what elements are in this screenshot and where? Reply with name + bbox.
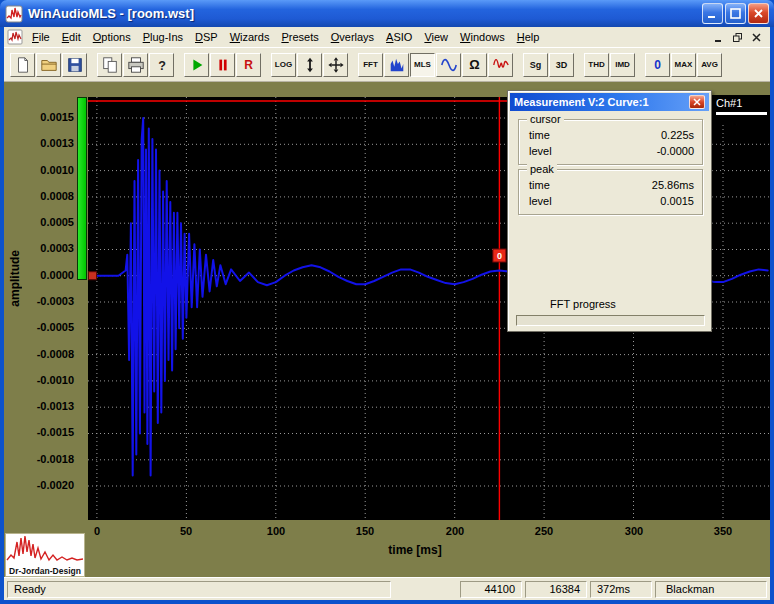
x-tick-label: 0 — [77, 525, 117, 537]
cursor-level-label: level — [529, 145, 552, 157]
cursor-group: cursor time 0.225s level -0.0000 — [518, 119, 703, 165]
menu-item-file[interactable]: File — [26, 28, 56, 46]
toolbar-zero-button[interactable]: 0 — [645, 53, 670, 77]
toolbar-save-button[interactable] — [62, 53, 87, 77]
cursor-time-value: 0.225s — [661, 129, 694, 141]
toolbar-omega-button[interactable]: Ω — [462, 53, 487, 77]
logo-text: Dr-Jordan-Design — [6, 566, 84, 576]
toolbar-record-label: R — [244, 58, 253, 72]
app-icon — [5, 5, 23, 23]
level-meter — [77, 97, 87, 280]
floppy-icon — [66, 56, 84, 74]
toolbar-play-button[interactable] — [184, 53, 209, 77]
spectrum-icon — [388, 56, 406, 74]
x-tick-label: 100 — [256, 525, 296, 537]
y-tick-label: -0.0015 — [12, 426, 74, 438]
toolbar-spectrum-button[interactable] — [384, 53, 409, 77]
zero-level-marker — [89, 272, 97, 280]
toolbar-max-label: MAX — [675, 60, 693, 69]
y-tick-label: 0.0015 — [12, 111, 74, 123]
toolbar: ?RLOGFFTMLSΩSg3DTHDIMD0MAXAVG — [4, 47, 770, 82]
toolbar-avg-button[interactable]: AVG — [697, 53, 722, 77]
x-tick-label: 50 — [166, 525, 206, 537]
x-tick-label: 200 — [435, 525, 475, 537]
move-icon — [327, 56, 345, 74]
menu-item-edit[interactable]: Edit — [56, 28, 87, 46]
menu-item-dsp[interactable]: DSP — [189, 28, 224, 46]
toolbar-3d-button[interactable]: 3D — [549, 53, 574, 77]
toolbar-imd-label: IMD — [615, 60, 630, 69]
window-title: WinAudioMLS - [room.wst] — [28, 6, 702, 21]
cursor-marker-label: 0 — [497, 251, 502, 261]
fft-progress-bar — [516, 315, 705, 326]
measurement-close-button[interactable] — [689, 95, 705, 109]
menu-item-asio[interactable]: ASIO — [380, 28, 418, 46]
toolbar-mls-button[interactable]: MLS — [410, 53, 435, 77]
y-tick-label: -0.0018 — [12, 453, 74, 465]
toolbar-avg-label: AVG — [701, 60, 718, 69]
toolbar-sine-button[interactable] — [436, 53, 461, 77]
toolbar-3d-label: 3D — [556, 60, 568, 70]
document-icon[interactable] — [7, 29, 23, 45]
toolbar-print-button[interactable] — [123, 53, 148, 77]
measurement-title-bar[interactable]: Measurement V:2 Curve:1 — [510, 93, 709, 111]
toolbar-pause-button[interactable] — [210, 53, 235, 77]
y-tick-label: 0.0005 — [12, 216, 74, 228]
x-tick-label: 300 — [614, 525, 654, 537]
printer-icon — [127, 56, 145, 74]
status-fft-size: 16384 — [525, 581, 587, 598]
toolbar-zero-label: 0 — [654, 58, 661, 72]
varrow-icon — [301, 56, 319, 74]
y-tick-label: 0.0000 — [12, 269, 74, 281]
status-sample-rate: 44100 — [460, 581, 522, 598]
y-tick-label: 0.0008 — [12, 190, 74, 202]
toolbar-help-button[interactable]: ? — [149, 53, 174, 77]
toolbar-new-button[interactable] — [10, 53, 35, 77]
toolbar-fft-button[interactable]: FFT — [358, 53, 383, 77]
vendor-logo: Dr-Jordan-Design — [5, 533, 85, 577]
menu-item-options[interactable]: Options — [87, 28, 137, 46]
measurement-title: Measurement V:2 Curve:1 — [514, 96, 649, 108]
x-tick-label: 250 — [524, 525, 564, 537]
menu-item-presets[interactable]: Presets — [275, 28, 324, 46]
peak-group-label: peak — [527, 163, 557, 175]
toolbar-sg-button[interactable]: Sg — [523, 53, 548, 77]
menu-item-overlays[interactable]: Overlays — [325, 28, 380, 46]
toolbar-copy-button[interactable] — [97, 53, 122, 77]
menu-item-plug-ins[interactable]: Plug-Ins — [137, 28, 189, 46]
menu-item-help[interactable]: Help — [511, 28, 546, 46]
y-tick-label: -0.0003 — [12, 295, 74, 307]
y-tick-label: -0.0010 — [12, 374, 74, 386]
mdi-minimize-button[interactable] — [710, 30, 727, 45]
peak-time-label: time — [529, 179, 550, 191]
peak-group: peak time 25.86ms level 0.0015 — [518, 169, 703, 215]
cursor-time-label: time — [529, 129, 550, 141]
toolbar-vertical-zoom-button[interactable] — [297, 53, 322, 77]
toolbar-thd-button[interactable]: THD — [584, 53, 609, 77]
status-duration: 372ms — [590, 581, 652, 598]
menu-item-windows[interactable]: Windows — [454, 28, 511, 46]
pause-icon — [214, 56, 232, 74]
toolbar-pan-button[interactable] — [323, 53, 348, 77]
title-bar[interactable]: WinAudioMLS - [room.wst] — [0, 0, 774, 27]
mdi-restore-button[interactable] — [729, 30, 746, 45]
client-area: 0 amplitude time [ms] Ch#1 Measurement V… — [4, 82, 770, 577]
toolbar-fft-label: FFT — [363, 60, 378, 69]
toolbar-imd-button[interactable]: IMD — [610, 53, 635, 77]
mdi-close-button[interactable] — [748, 30, 765, 45]
menu-item-view[interactable]: View — [418, 28, 454, 46]
toolbar-thd-label: THD — [588, 60, 604, 69]
menu-item-wizards[interactable]: Wizards — [224, 28, 276, 46]
maximize-button[interactable] — [725, 3, 746, 24]
toolbar-record-button[interactable]: R — [236, 53, 261, 77]
toolbar-open-button[interactable] — [36, 53, 61, 77]
close-button[interactable] — [748, 3, 769, 24]
peak-time-value: 25.86ms — [652, 179, 694, 191]
measurement-window: Measurement V:2 Curve:1 cursor time 0.22… — [507, 90, 712, 332]
toolbar-log-scale-button[interactable]: LOG — [271, 53, 296, 77]
peak-level-label: level — [529, 195, 552, 207]
toolbar-sweep-button[interactable] — [488, 53, 513, 77]
toolbar-max-button[interactable]: MAX — [671, 53, 696, 77]
y-tick-label: -0.0008 — [12, 348, 74, 360]
minimize-button[interactable] — [702, 3, 723, 24]
